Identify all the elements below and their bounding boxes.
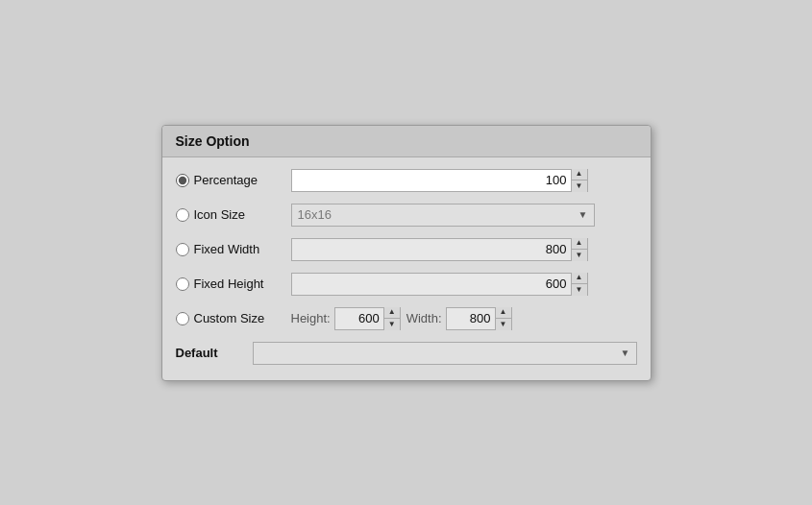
percentage-text: Percentage — [194, 173, 258, 187]
fixed-height-spinner: ▲ ▼ — [291, 273, 588, 296]
custom-width-label: Width: — [406, 311, 442, 325]
fixed-height-down-button[interactable]: ▼ — [572, 284, 587, 296]
fixed-width-down-button[interactable]: ▼ — [572, 250, 587, 261]
fixed-height-radio[interactable] — [176, 277, 189, 291]
icon-size-select[interactable]: 16x16 ▼ — [291, 204, 595, 227]
panel-body: Percentage ▲ ▼ Icon Size 16x16 ▼ — [162, 157, 651, 380]
default-label: Default — [176, 346, 253, 360]
fixed-height-row: Fixed Height ▲ ▼ — [176, 267, 637, 301]
default-row: Default ▼ — [176, 336, 637, 371]
custom-size-label[interactable]: Custom Size — [176, 311, 291, 325]
fixed-height-spinner-buttons: ▲ ▼ — [571, 273, 587, 296]
fixed-width-label[interactable]: Fixed Width — [176, 242, 291, 256]
custom-width-input[interactable] — [447, 311, 495, 325]
custom-width-up-button[interactable]: ▲ — [496, 307, 511, 320]
custom-size-text: Custom Size — [194, 311, 265, 325]
custom-size-row: Custom Size Height: ▲ ▼ Width: ▲ ▼ — [176, 301, 637, 336]
percentage-row: Percentage ▲ ▼ — [176, 163, 637, 198]
custom-width-spinner: ▲ ▼ — [446, 307, 512, 330]
fixed-width-row: Fixed Width ▲ ▼ — [176, 232, 637, 267]
icon-size-dropdown-icon: ▼ — [578, 209, 588, 220]
custom-height-input[interactable] — [335, 311, 383, 325]
default-dropdown-icon: ▼ — [621, 348, 630, 358]
panel-title-text: Size Option — [176, 133, 250, 149]
icon-size-label[interactable]: Icon Size — [176, 207, 291, 222]
percentage-up-button[interactable]: ▲ — [572, 169, 587, 181]
default-select[interactable]: ▼ — [253, 342, 637, 365]
fixed-width-spinner-buttons: ▲ ▼ — [571, 238, 587, 261]
size-option-panel: Size Option Percentage ▲ ▼ Icon Size — [161, 125, 652, 381]
percentage-radio[interactable] — [176, 174, 189, 187]
fixed-width-input[interactable] — [292, 242, 571, 256]
custom-width-down-button[interactable]: ▼ — [496, 319, 511, 330]
fixed-width-text: Fixed Width — [194, 242, 260, 256]
fixed-height-input[interactable] — [292, 277, 571, 291]
percentage-spinner: ▲ ▼ — [291, 169, 588, 192]
custom-width-spinner-buttons: ▲ ▼ — [495, 307, 511, 330]
icon-size-value: 16x16 — [298, 207, 332, 222]
percentage-input[interactable] — [292, 173, 571, 187]
percentage-label[interactable]: Percentage — [176, 173, 291, 187]
custom-height-up-button[interactable]: ▲ — [384, 307, 400, 320]
fixed-height-label[interactable]: Fixed Height — [176, 277, 291, 291]
fixed-height-text: Fixed Height — [194, 277, 264, 291]
icon-size-text: Icon Size — [194, 207, 245, 222]
custom-size-radio[interactable] — [176, 312, 189, 325]
icon-size-row: Icon Size 16x16 ▼ — [176, 198, 637, 232]
percentage-spinner-buttons: ▲ ▼ — [571, 169, 587, 192]
custom-height-spinner-buttons: ▲ ▼ — [383, 307, 400, 330]
fixed-height-up-button[interactable]: ▲ — [572, 273, 587, 285]
fixed-width-spinner: ▲ ▼ — [291, 238, 588, 261]
custom-height-spinner: ▲ ▼ — [334, 307, 401, 330]
fixed-width-radio[interactable] — [176, 243, 189, 256]
custom-height-label: Height: — [291, 311, 331, 325]
percentage-down-button[interactable]: ▼ — [572, 180, 587, 192]
fixed-width-up-button[interactable]: ▲ — [572, 238, 587, 251]
panel-title: Size Option — [162, 126, 651, 157]
custom-height-down-button[interactable]: ▼ — [384, 319, 400, 330]
icon-size-radio[interactable] — [176, 208, 189, 222]
